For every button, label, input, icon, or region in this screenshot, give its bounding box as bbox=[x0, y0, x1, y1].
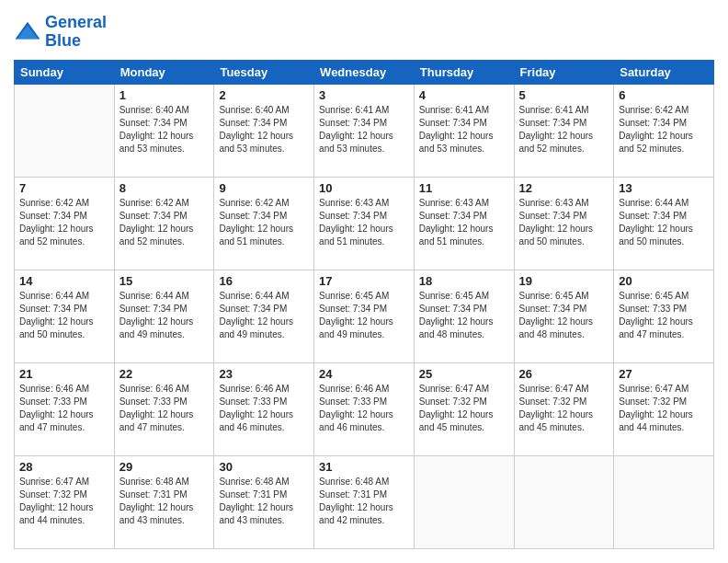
calendar-cell: 18Sunrise: 6:45 AMSunset: 7:34 PMDayligh… bbox=[414, 270, 514, 362]
weekday-header-wednesday: Wednesday bbox=[314, 60, 415, 84]
calendar-cell: 21Sunrise: 6:46 AMSunset: 7:33 PMDayligh… bbox=[15, 362, 115, 455]
day-info: Sunrise: 6:46 AMSunset: 7:33 PMDaylight:… bbox=[119, 383, 210, 434]
day-info: Sunrise: 6:48 AMSunset: 7:31 PMDaylight:… bbox=[119, 476, 210, 527]
calendar-cell: 6Sunrise: 6:42 AMSunset: 7:34 PMDaylight… bbox=[614, 84, 714, 177]
day-number: 22 bbox=[119, 367, 210, 381]
weekday-header-monday: Monday bbox=[114, 60, 214, 84]
calendar-cell: 1Sunrise: 6:40 AMSunset: 7:34 PMDaylight… bbox=[114, 84, 214, 177]
day-number: 12 bbox=[519, 181, 609, 195]
calendar-cell: 26Sunrise: 6:47 AMSunset: 7:32 PMDayligh… bbox=[514, 362, 614, 455]
weekday-header-friday: Friday bbox=[514, 60, 614, 84]
day-number: 11 bbox=[419, 181, 509, 195]
day-info: Sunrise: 6:46 AMSunset: 7:33 PMDaylight:… bbox=[319, 383, 409, 434]
calendar-cell: 12Sunrise: 6:43 AMSunset: 7:34 PMDayligh… bbox=[514, 177, 614, 270]
day-number: 21 bbox=[19, 367, 109, 381]
day-number: 25 bbox=[419, 367, 509, 381]
day-number: 19 bbox=[519, 274, 609, 288]
calendar-cell bbox=[614, 455, 714, 548]
header: General Blue bbox=[14, 14, 714, 51]
day-number: 15 bbox=[119, 274, 210, 288]
day-info: Sunrise: 6:45 AMSunset: 7:34 PMDaylight:… bbox=[519, 290, 609, 341]
weekday-header-sunday: Sunday bbox=[15, 60, 115, 84]
day-number: 30 bbox=[219, 460, 309, 474]
calendar-cell bbox=[15, 84, 115, 177]
calendar-cell: 22Sunrise: 6:46 AMSunset: 7:33 PMDayligh… bbox=[114, 362, 214, 455]
day-info: Sunrise: 6:44 AMSunset: 7:34 PMDaylight:… bbox=[619, 197, 709, 248]
day-info: Sunrise: 6:42 AMSunset: 7:34 PMDaylight:… bbox=[219, 197, 309, 248]
day-info: Sunrise: 6:44 AMSunset: 7:34 PMDaylight:… bbox=[119, 290, 210, 341]
weekday-header-saturday: Saturday bbox=[614, 60, 714, 84]
calendar-week-row: 7Sunrise: 6:42 AMSunset: 7:34 PMDaylight… bbox=[15, 177, 714, 270]
day-number: 20 bbox=[619, 274, 709, 288]
weekday-header-tuesday: Tuesday bbox=[214, 60, 314, 84]
day-number: 7 bbox=[19, 181, 109, 195]
day-info: Sunrise: 6:47 AMSunset: 7:32 PMDaylight:… bbox=[419, 383, 509, 434]
day-info: Sunrise: 6:43 AMSunset: 7:34 PMDaylight:… bbox=[319, 197, 409, 248]
day-info: Sunrise: 6:47 AMSunset: 7:32 PMDaylight:… bbox=[619, 383, 709, 434]
day-number: 27 bbox=[619, 367, 709, 381]
calendar-cell: 29Sunrise: 6:48 AMSunset: 7:31 PMDayligh… bbox=[114, 455, 214, 548]
day-number: 1 bbox=[119, 88, 210, 102]
day-number: 26 bbox=[519, 367, 609, 381]
weekday-header-thursday: Thursday bbox=[414, 60, 514, 84]
calendar-cell: 28Sunrise: 6:47 AMSunset: 7:32 PMDayligh… bbox=[15, 455, 115, 548]
calendar-cell: 9Sunrise: 6:42 AMSunset: 7:34 PMDaylight… bbox=[214, 177, 314, 270]
day-number: 8 bbox=[119, 181, 210, 195]
day-info: Sunrise: 6:41 AMSunset: 7:34 PMDaylight:… bbox=[519, 104, 609, 155]
calendar-cell: 8Sunrise: 6:42 AMSunset: 7:34 PMDaylight… bbox=[114, 177, 214, 270]
day-number: 17 bbox=[319, 274, 409, 288]
day-info: Sunrise: 6:42 AMSunset: 7:34 PMDaylight:… bbox=[619, 104, 709, 155]
day-number: 10 bbox=[319, 181, 409, 195]
calendar-cell: 17Sunrise: 6:45 AMSunset: 7:34 PMDayligh… bbox=[314, 270, 415, 362]
day-number: 2 bbox=[219, 88, 309, 102]
day-number: 16 bbox=[219, 274, 309, 288]
calendar-cell: 2Sunrise: 6:40 AMSunset: 7:34 PMDaylight… bbox=[214, 84, 314, 177]
page: General Blue SundayMondayTuesdayWednesda… bbox=[0, 0, 728, 563]
calendar-week-row: 28Sunrise: 6:47 AMSunset: 7:32 PMDayligh… bbox=[15, 455, 714, 548]
day-info: Sunrise: 6:48 AMSunset: 7:31 PMDaylight:… bbox=[319, 476, 409, 527]
calendar-week-row: 21Sunrise: 6:46 AMSunset: 7:33 PMDayligh… bbox=[15, 362, 714, 455]
calendar-cell: 15Sunrise: 6:44 AMSunset: 7:34 PMDayligh… bbox=[114, 270, 214, 362]
day-info: Sunrise: 6:45 AMSunset: 7:34 PMDaylight:… bbox=[319, 290, 409, 341]
calendar-cell: 23Sunrise: 6:46 AMSunset: 7:33 PMDayligh… bbox=[214, 362, 314, 455]
calendar-week-row: 1Sunrise: 6:40 AMSunset: 7:34 PMDaylight… bbox=[15, 84, 714, 177]
logo: General Blue bbox=[14, 14, 107, 51]
day-number: 18 bbox=[419, 274, 509, 288]
day-info: Sunrise: 6:41 AMSunset: 7:34 PMDaylight:… bbox=[419, 104, 509, 155]
day-info: Sunrise: 6:46 AMSunset: 7:33 PMDaylight:… bbox=[219, 383, 309, 434]
calendar-cell: 4Sunrise: 6:41 AMSunset: 7:34 PMDaylight… bbox=[414, 84, 514, 177]
calendar-cell: 25Sunrise: 6:47 AMSunset: 7:32 PMDayligh… bbox=[414, 362, 514, 455]
day-info: Sunrise: 6:47 AMSunset: 7:32 PMDaylight:… bbox=[519, 383, 609, 434]
day-number: 23 bbox=[219, 367, 309, 381]
day-info: Sunrise: 6:40 AMSunset: 7:34 PMDaylight:… bbox=[219, 104, 309, 155]
day-info: Sunrise: 6:42 AMSunset: 7:34 PMDaylight:… bbox=[19, 197, 109, 248]
logo-text: General Blue bbox=[45, 14, 107, 51]
day-info: Sunrise: 6:43 AMSunset: 7:34 PMDaylight:… bbox=[419, 197, 509, 248]
calendar-cell: 10Sunrise: 6:43 AMSunset: 7:34 PMDayligh… bbox=[314, 177, 415, 270]
calendar-cell: 20Sunrise: 6:45 AMSunset: 7:33 PMDayligh… bbox=[614, 270, 714, 362]
calendar-week-row: 14Sunrise: 6:44 AMSunset: 7:34 PMDayligh… bbox=[15, 270, 714, 362]
calendar-cell bbox=[514, 455, 614, 548]
calendar-cell: 11Sunrise: 6:43 AMSunset: 7:34 PMDayligh… bbox=[414, 177, 514, 270]
calendar-cell: 13Sunrise: 6:44 AMSunset: 7:34 PMDayligh… bbox=[614, 177, 714, 270]
day-number: 5 bbox=[519, 88, 609, 102]
calendar-table: SundayMondayTuesdayWednesdayThursdayFrid… bbox=[14, 60, 714, 549]
calendar-cell: 30Sunrise: 6:48 AMSunset: 7:31 PMDayligh… bbox=[214, 455, 314, 548]
day-info: Sunrise: 6:42 AMSunset: 7:34 PMDaylight:… bbox=[119, 197, 210, 248]
calendar-cell: 19Sunrise: 6:45 AMSunset: 7:34 PMDayligh… bbox=[514, 270, 614, 362]
day-info: Sunrise: 6:47 AMSunset: 7:32 PMDaylight:… bbox=[19, 476, 109, 527]
day-number: 6 bbox=[619, 88, 709, 102]
calendar-cell: 14Sunrise: 6:44 AMSunset: 7:34 PMDayligh… bbox=[15, 270, 115, 362]
day-info: Sunrise: 6:45 AMSunset: 7:34 PMDaylight:… bbox=[419, 290, 509, 341]
day-number: 24 bbox=[319, 367, 409, 381]
calendar-cell: 3Sunrise: 6:41 AMSunset: 7:34 PMDaylight… bbox=[314, 84, 415, 177]
day-info: Sunrise: 6:46 AMSunset: 7:33 PMDaylight:… bbox=[19, 383, 109, 434]
calendar-cell bbox=[414, 455, 514, 548]
day-number: 28 bbox=[19, 460, 109, 474]
day-info: Sunrise: 6:41 AMSunset: 7:34 PMDaylight:… bbox=[319, 104, 409, 155]
day-number: 31 bbox=[319, 460, 409, 474]
calendar-cell: 7Sunrise: 6:42 AMSunset: 7:34 PMDaylight… bbox=[15, 177, 115, 270]
calendar-header-row: SundayMondayTuesdayWednesdayThursdayFrid… bbox=[15, 60, 714, 84]
day-info: Sunrise: 6:45 AMSunset: 7:33 PMDaylight:… bbox=[619, 290, 709, 341]
calendar-cell: 27Sunrise: 6:47 AMSunset: 7:32 PMDayligh… bbox=[614, 362, 714, 455]
